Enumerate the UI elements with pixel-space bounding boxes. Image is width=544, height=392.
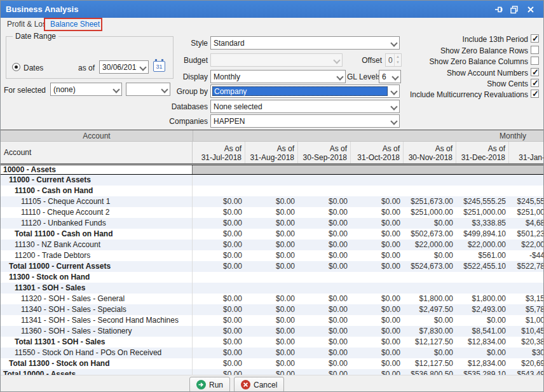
value-cell: $8,541.00	[456, 326, 509, 337]
value-cell: $0.00	[456, 315, 509, 326]
value-cell	[193, 186, 245, 196]
table-row[interactable]: 11301 - SOH - Sales	[1, 283, 544, 294]
value-cell: $0.00	[193, 348, 245, 358]
value-cell: $0.00	[298, 250, 351, 261]
display-select[interactable]: Monthly	[210, 70, 346, 83]
value-cell	[351, 272, 404, 283]
table-row[interactable]: 11110 - Cheque Account 2$0.00$0.00$0.00$…	[1, 207, 544, 218]
date-column-header: As of30-Sep-2018	[298, 142, 351, 163]
cancel-button[interactable]: Cancel	[234, 377, 284, 392]
tab-balance-sheet[interactable]: Balance Sheet	[45, 18, 105, 31]
grid-column-headers: Account As of31-Jul-2018As of31-Aug-2018…	[1, 142, 544, 164]
checkbox-row: Include Multicurrency Revaluations	[378, 90, 543, 99]
table-row[interactable]: 11341 - SOH - Sales - Second Hand Machin…	[1, 315, 544, 326]
checkbox-include-multicurrency-revaluations[interactable]	[531, 90, 539, 98]
table-row[interactable]: 11000 - Current Assets	[1, 175, 544, 186]
account-cell: 11341 - SOH - Sales - Second Hand Machin…	[1, 315, 193, 326]
table-row[interactable]: 11130 - NZ Bank Account$0.00$0.00$0.00$0…	[1, 240, 544, 250]
value-cell: $522,455.10	[456, 261, 509, 272]
table-row[interactable]: 11105 - Cheque Account 1$0.00$0.00$0.00$…	[1, 196, 544, 207]
window-title: Business Analysis	[6, 4, 78, 14]
account-cell: 11550 - Stock On Hand - POs On Received	[1, 348, 193, 358]
account-cell: 11360 - SOH - Sales - Stationery	[1, 326, 193, 337]
checkbox-show-zero-balance-columns[interactable]	[531, 57, 539, 65]
table-row[interactable]: 11200 - Trade Debtors$0.00$0.00$0.00$0.0…	[1, 250, 544, 261]
account-cell: 11100 - Cash on Hand	[1, 186, 193, 196]
account-column-header: Account	[1, 142, 193, 163]
value-cell: $5,78	[509, 304, 544, 315]
table-row[interactable]: 11120 - Unbanked Funds$0.00$0.00$0.00$0.…	[1, 218, 544, 229]
chevron-down-icon	[388, 115, 399, 127]
value-cell	[509, 283, 544, 294]
checkbox-show-account-numbers[interactable]	[531, 68, 539, 76]
value-cell: $251,000.00	[456, 207, 509, 218]
style-select[interactable]: Standard	[210, 36, 400, 50]
value-cell: $0.00	[351, 348, 404, 358]
table-row[interactable]: Total 11000 - Current Assets$0.00$0.00$0…	[1, 261, 544, 272]
value-cell	[298, 283, 351, 294]
close-icon[interactable]	[526, 4, 536, 15]
value-cell: $0.00	[245, 348, 298, 358]
value-cell: $0.00	[298, 229, 351, 240]
table-row[interactable]: 11340 - SOH - Sales - Specials$0.00$0.00…	[1, 304, 544, 315]
checkbox-row: Show Account Numbers	[378, 68, 543, 78]
value-cell	[298, 165, 351, 174]
account-cell: 11300 - Stock on Hand	[1, 272, 193, 283]
table-row[interactable]: Total 11301 - SOH - Sales$0.00$0.00$0.00…	[1, 337, 544, 348]
pin-icon[interactable]	[494, 4, 504, 15]
value-cell: $561.00	[456, 250, 509, 261]
monthly-group-header: Monthly	[500, 132, 526, 140]
value-cell	[351, 283, 404, 294]
account-cell: 11200 - Trade Debtors	[1, 250, 193, 261]
value-cell	[298, 186, 351, 196]
account-cell: 11301 - SOH - Sales	[1, 283, 193, 294]
gl-levels-label: GL Levels	[347, 72, 376, 81]
table-row[interactable]: 10000 - Assets	[1, 165, 544, 175]
value-cell: $0.00	[245, 218, 298, 229]
value-cell: $502,673.00	[404, 229, 456, 240]
value-cell: $0.00	[245, 196, 298, 207]
value-cell	[456, 165, 509, 174]
table-row[interactable]: 11550 - Stock On Hand - POs On Received$…	[1, 348, 544, 358]
value-cell: $22,000.00	[456, 240, 509, 250]
value-cell: $0.00	[351, 358, 404, 369]
style-label: Style	[147, 39, 208, 48]
for-selected-select-1[interactable]: (none)	[50, 83, 122, 96]
table-row[interactable]: 11360 - SOH - Sales - Stationery$0.00$0.…	[1, 326, 544, 337]
restore-icon[interactable]	[509, 4, 519, 15]
table-row[interactable]: Total 11100 - Cash on Hand$0.00$0.00$0.0…	[1, 229, 544, 240]
value-cell: $4,68	[509, 218, 544, 229]
value-cell: $0.00	[298, 196, 351, 207]
account-cell: 11000 - Current Assets	[1, 175, 193, 186]
table-row[interactable]: 11100 - Cash on Hand	[1, 186, 544, 196]
value-cell: $0.00	[351, 196, 404, 207]
value-cell: $245,555.25	[456, 196, 509, 207]
account-cell: Total 11300 - Stock on Hand	[1, 358, 193, 369]
filter-panel: Date Range Dates as of 30/06/2019 31 For…	[1, 31, 543, 130]
chevron-down-icon	[331, 54, 342, 66]
checkbox-include-13th-period[interactable]	[531, 34, 539, 43]
value-cell: $0.00	[193, 218, 245, 229]
checkbox-show-cents[interactable]	[531, 79, 539, 87]
databases-label: Databases	[147, 102, 208, 111]
databases-select[interactable]: None selected	[210, 100, 400, 113]
as-of-date-select[interactable]: 30/06/2019	[99, 60, 149, 74]
date-column-header: As of31-Jul-2018	[193, 142, 245, 163]
group-by-label: Group by	[147, 87, 208, 96]
value-cell: $0.00	[298, 315, 351, 326]
table-row[interactable]: 11300 - Stock on Hand	[1, 272, 544, 283]
value-cell: $0.00	[245, 250, 298, 261]
checkbox-show-zero-balance-rows[interactable]	[531, 46, 539, 54]
table-row[interactable]: Total 11300 - Stock on Hand$0.00$0.00$0.…	[1, 358, 544, 369]
value-cell: $0.00	[351, 261, 404, 272]
table-row[interactable]: 11320 - SOH - Sales - General$0.00$0.00$…	[1, 294, 544, 304]
value-cell: $0.00	[245, 229, 298, 240]
value-cell: $251,673.00	[404, 196, 456, 207]
checkbox-label: Show Account Numbers	[447, 69, 528, 78]
checkbox-label: Show Cents	[487, 79, 528, 88]
dates-radio[interactable]	[12, 63, 20, 71]
account-group-header: Account	[1, 132, 193, 140]
run-button[interactable]: Run	[189, 377, 230, 392]
group-by-select[interactable]: Company	[210, 84, 400, 98]
companies-select[interactable]: HAPPEN	[210, 114, 400, 128]
